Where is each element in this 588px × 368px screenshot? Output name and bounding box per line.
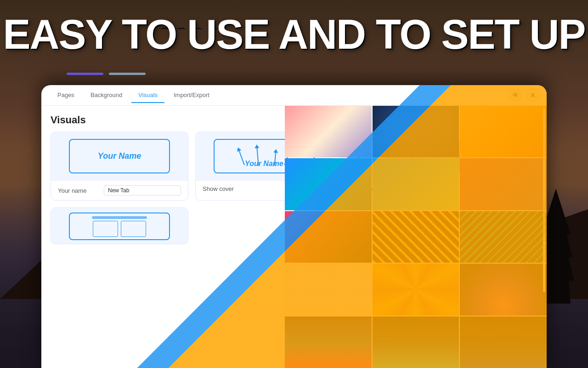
bg-thumb-12[interactable] bbox=[285, 316, 372, 368]
your-name-card[interactable]: Your Name Your name bbox=[51, 132, 188, 201]
tab-visuals[interactable]: Visuals bbox=[131, 88, 164, 103]
bg-thumb-9[interactable] bbox=[285, 264, 372, 315]
tablet-frame: Pages Background Visuals Import/Export 👁… bbox=[41, 85, 547, 368]
your-name-box: Your Name bbox=[69, 139, 170, 173]
tab-pages[interactable]: Pages bbox=[51, 88, 81, 103]
bg-thumb-10[interactable] bbox=[373, 264, 459, 315]
arrow-1 bbox=[238, 150, 245, 165]
show-cover-name-text: Your Name bbox=[245, 160, 283, 168]
progress-bar-group bbox=[67, 73, 146, 75]
progress-bar-1 bbox=[67, 73, 103, 75]
scrollbar[interactable] bbox=[543, 108, 545, 292]
nav-tabs: Pages Background Visuals Import/Export 👁… bbox=[41, 85, 547, 106]
bg-thumb-13[interactable] bbox=[373, 316, 459, 368]
bg-thumb-14[interactable] bbox=[460, 316, 547, 368]
bg-thumb-3[interactable] bbox=[285, 158, 372, 210]
bg-thumb-8[interactable] bbox=[460, 211, 547, 263]
bg-thumb-11[interactable] bbox=[460, 264, 547, 315]
new-tab-input[interactable] bbox=[104, 185, 181, 196]
scrollbar-thumb[interactable] bbox=[543, 200, 545, 237]
small-tile-1 bbox=[93, 221, 118, 237]
your-name-text: Your Name bbox=[98, 151, 141, 161]
bg-thumb-6[interactable] bbox=[285, 211, 372, 263]
close-icon-button[interactable]: ✕ bbox=[526, 88, 540, 102]
bg-thumb-2[interactable] bbox=[460, 106, 547, 157]
progress-bar-2 bbox=[109, 73, 146, 75]
bg-thumb-0[interactable] bbox=[285, 106, 372, 157]
bg-thumb-4[interactable] bbox=[373, 158, 459, 210]
tab-import-export[interactable]: Import/Export bbox=[167, 88, 216, 103]
bg-thumb-5[interactable] bbox=[460, 158, 547, 210]
pill-bars-row bbox=[92, 221, 147, 237]
your-name-preview: Your Name bbox=[51, 132, 188, 180]
partial-preview bbox=[51, 208, 188, 244]
tab-background[interactable]: Background bbox=[84, 88, 129, 103]
small-tile-2 bbox=[121, 221, 146, 237]
your-name-label: Your name bbox=[58, 187, 86, 194]
partial-card[interactable] bbox=[51, 207, 188, 244]
partial-box bbox=[69, 213, 170, 240]
bg-thumbnails-grid bbox=[285, 106, 547, 368]
bg-thumb-1[interactable] bbox=[373, 106, 459, 157]
nav-icon-group: 👁 ✕ bbox=[509, 88, 540, 102]
main-heading: EASY TO USE AND TO SET UP bbox=[0, 14, 588, 55]
app-ui: Pages Background Visuals Import/Export 👁… bbox=[41, 85, 547, 368]
bg-thumb-7[interactable] bbox=[373, 211, 459, 263]
show-cover-label: Show cover bbox=[203, 185, 234, 192]
pill-bar-1 bbox=[92, 216, 147, 219]
your-name-footer: Your name bbox=[51, 180, 188, 200]
eye-icon-button[interactable]: 👁 bbox=[509, 88, 522, 102]
